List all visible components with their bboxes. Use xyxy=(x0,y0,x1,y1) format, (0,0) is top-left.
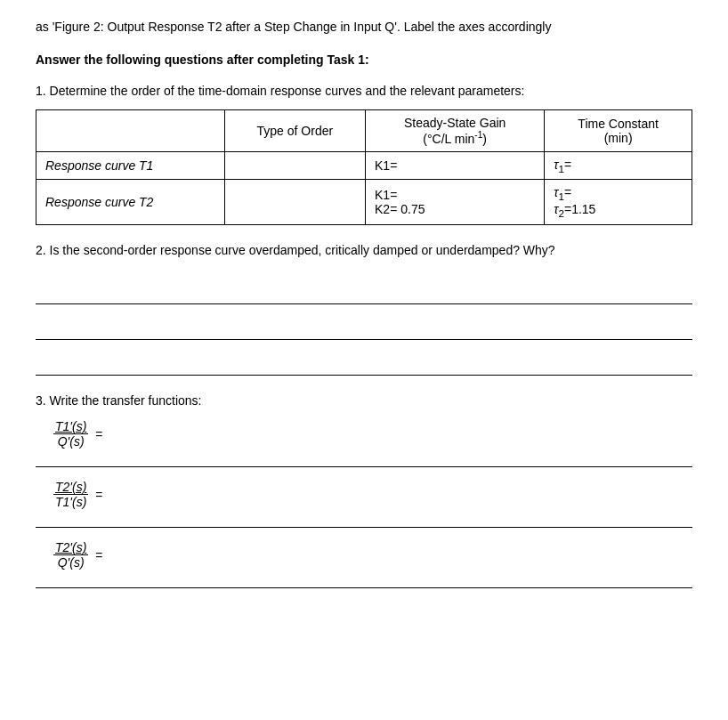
tf1-fraction-row: T1'(s) Q'(s) = xyxy=(36,419,692,449)
row-t1-tc: τ1= xyxy=(545,151,692,180)
row-label-t2: Response curve T2 xyxy=(36,180,225,225)
q3-label: 3. Write the transfer functions: xyxy=(36,392,692,410)
tf1-equals: = xyxy=(95,427,102,441)
tf2-fraction-row: T2'(s) T1'(s) = xyxy=(36,480,692,509)
tf2-fraction: T2'(s) T1'(s) xyxy=(53,480,88,509)
tf3-equals: = xyxy=(95,548,102,562)
tf2-denominator: T1'(s) xyxy=(53,495,88,509)
col-header-type: Type of Order xyxy=(224,110,365,152)
tf1-line: T1'(s) Q'(s) = xyxy=(36,419,692,467)
tf2-equals: = xyxy=(95,488,102,502)
tf1-denominator: Q'(s) xyxy=(56,434,86,449)
q2-answer-line-1 xyxy=(36,269,692,304)
tf3-fraction-row: T2'(s) Q'(s) = xyxy=(36,540,692,570)
row-t1-type xyxy=(224,151,365,180)
tf2-line: T2'(s) T1'(s) = xyxy=(36,480,692,528)
q2-label: 2. Is the second-order response curve ov… xyxy=(36,241,692,260)
tf3-denominator: Q'(s) xyxy=(56,555,86,570)
col-header-empty xyxy=(36,110,225,152)
q1-table: Type of Order Steady-State Gain(°C/L min… xyxy=(36,109,692,225)
question-1: 1. Determine the order of the time-domai… xyxy=(36,82,692,225)
col-header-tc: Time Constant(min) xyxy=(545,110,692,152)
intro-text: as 'Figure 2: Output Response T2 after a… xyxy=(36,18,692,36)
tf1-fraction: T1'(s) Q'(s) xyxy=(53,419,88,449)
question-2: 2. Is the second-order response curve ov… xyxy=(36,241,692,376)
row-label-t1: Response curve T1 xyxy=(36,151,225,180)
q2-answer-area xyxy=(36,269,692,376)
row-t2-type xyxy=(224,180,365,225)
q2-answer-line-3 xyxy=(36,340,692,376)
tf3-numerator: T2'(s) xyxy=(53,540,88,555)
table-row-t2: Response curve T2 K1=K2= 0.75 τ1=τ2=1.15 xyxy=(36,180,692,225)
row-t2-tc: τ1=τ2=1.15 xyxy=(545,180,692,225)
tf3-line: T2'(s) Q'(s) = xyxy=(36,540,692,588)
col-header-gain: Steady-State Gain(°C/L min-1) xyxy=(366,110,545,152)
tf2-numerator: T2'(s) xyxy=(53,480,88,495)
tf3-fraction: T2'(s) Q'(s) xyxy=(53,540,88,570)
section-title: Answer the following questions after com… xyxy=(36,51,692,69)
q1-label: 1. Determine the order of the time-domai… xyxy=(36,82,692,101)
q2-answer-line-2 xyxy=(36,304,692,340)
row-t2-gain: K1=K2= 0.75 xyxy=(366,180,545,225)
question-3: 3. Write the transfer functions: T1'(s) … xyxy=(36,392,692,588)
row-t1-gain: K1= xyxy=(366,151,545,180)
tf1-numerator: T1'(s) xyxy=(53,419,88,434)
table-row-t1: Response curve T1 K1= τ1= xyxy=(36,151,692,180)
